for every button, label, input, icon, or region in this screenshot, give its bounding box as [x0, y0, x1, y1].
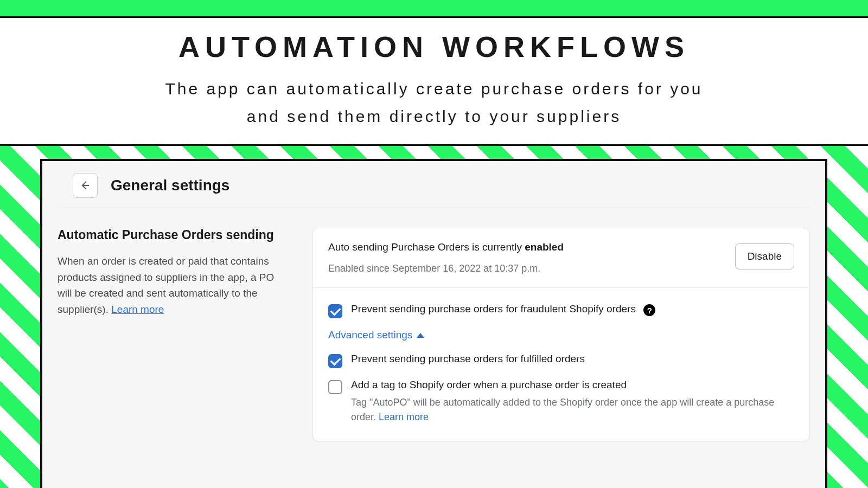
- top-stripe: [0, 0, 868, 16]
- app-header: General settings: [58, 161, 810, 208]
- setting-tag: Add a tag to Shopify order when a purcha…: [328, 379, 794, 425]
- section-description-text: When an order is created or paid that co…: [58, 255, 274, 314]
- back-button[interactable]: [73, 173, 98, 198]
- learn-more-link[interactable]: Learn more: [111, 304, 164, 315]
- status-enabled-since: Enabled since September 16, 2022 at 10:3…: [328, 263, 564, 274]
- hero-subtitle-line2: and send them directly to your suppliers: [247, 107, 621, 125]
- checkbox-fulfilled[interactable]: [328, 354, 342, 368]
- app-body: Automatic Purchase Orders sending When a…: [42, 208, 825, 441]
- setting-tag-label: Add a tag to Shopify order when a purcha…: [351, 379, 627, 390]
- checkbox-tag[interactable]: [328, 380, 342, 394]
- advanced-settings-toggle[interactable]: Advanced settings: [328, 329, 794, 341]
- setting-fraud: Prevent sending purchase orders for frau…: [328, 303, 794, 318]
- page-title: General settings: [111, 177, 229, 194]
- section-description: When an order is created or paid that co…: [58, 253, 291, 317]
- hero-subtitle: The app can automatically create purchas…: [22, 75, 846, 130]
- tag-learn-more-link[interactable]: Learn more: [379, 412, 429, 422]
- status-state: enabled: [525, 241, 564, 253]
- caret-up-icon: [417, 333, 424, 338]
- section-title: Automatic Purchase Orders sending: [58, 228, 291, 242]
- arrow-left-icon: [80, 180, 91, 191]
- settings-body: Prevent sending purchase orders for frau…: [313, 288, 809, 441]
- section-info: Automatic Purchase Orders sending When a…: [58, 228, 291, 441]
- setting-fulfilled: Prevent sending purchase orders for fulf…: [328, 353, 794, 368]
- status-row: Auto sending Purchase Orders is currentl…: [313, 228, 809, 288]
- setting-tag-description: Tag "AutoPO" will be automatically added…: [351, 395, 794, 425]
- status-prefix: Auto sending Purchase Orders is currentl…: [328, 241, 525, 253]
- setting-fraud-label: Prevent sending purchase orders for frau…: [351, 303, 636, 314]
- checkbox-fraud[interactable]: [328, 304, 342, 318]
- app-window: General settings Automatic Purchase Orde…: [40, 159, 827, 488]
- hero-banner: AUTOMATION WORKFLOWS The app can automat…: [0, 16, 868, 146]
- setting-fulfilled-label: Prevent sending purchase orders for fulf…: [351, 353, 585, 364]
- disable-button[interactable]: Disable: [735, 243, 794, 269]
- advanced-settings-label: Advanced settings: [328, 329, 412, 341]
- settings-card: Auto sending Purchase Orders is currentl…: [312, 228, 810, 441]
- hero-subtitle-line1: The app can automatically create purchas…: [165, 80, 703, 98]
- striped-background: General settings Automatic Purchase Orde…: [0, 146, 868, 488]
- hero-title: AUTOMATION WORKFLOWS: [22, 31, 846, 63]
- settings-panel: Auto sending Purchase Orders is currentl…: [312, 228, 810, 441]
- help-icon[interactable]: ?: [643, 304, 655, 316]
- status-line: Auto sending Purchase Orders is currentl…: [328, 241, 564, 253]
